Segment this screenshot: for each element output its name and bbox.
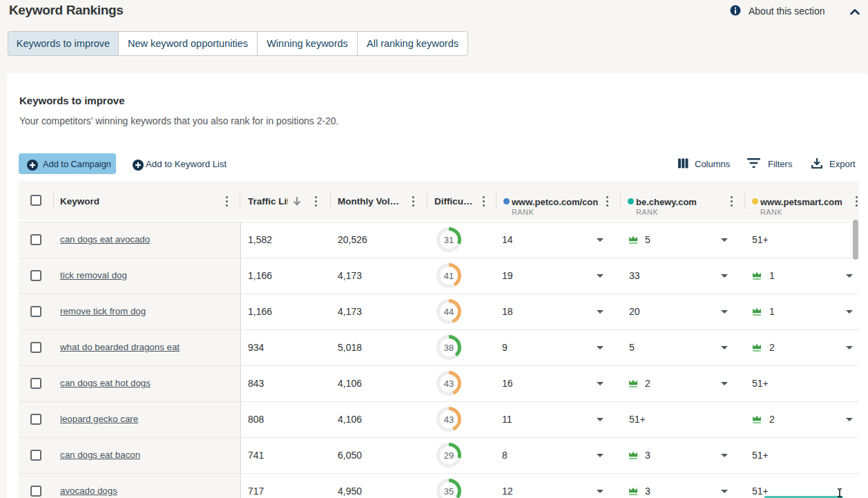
svg-text:38: 38 bbox=[444, 343, 454, 353]
svg-text:41: 41 bbox=[444, 271, 454, 281]
svg-text:44: 44 bbox=[444, 307, 454, 317]
svg-text:31: 31 bbox=[444, 235, 454, 245]
svg-text:43: 43 bbox=[444, 379, 454, 389]
svg-text:35: 35 bbox=[444, 486, 454, 497]
svg-text:43: 43 bbox=[444, 414, 454, 425]
svg-text:29: 29 bbox=[444, 450, 454, 461]
